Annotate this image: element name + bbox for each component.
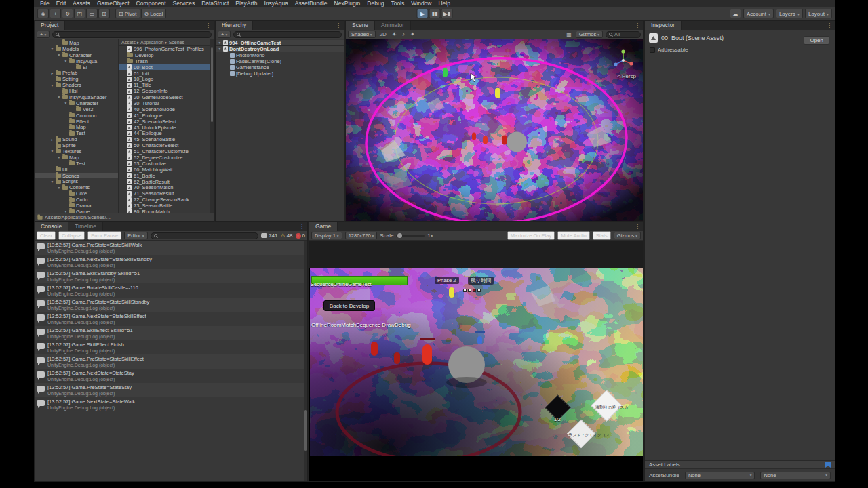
folder-tree-item[interactable]: ▾ Textures [35,148,118,155]
project-file-item[interactable]: 52_DegreeCustomize [119,155,214,161]
hierarchy-search-input[interactable] [233,31,342,38]
files-scrollbar[interactable] [210,39,214,214]
project-file-item[interactable]: 60_MatchingWait [119,167,214,173]
expander-icon[interactable]: ▾ [64,101,68,105]
folder-tree-item[interactable]: ▾ Character [35,52,118,58]
menu-item[interactable]: GameObject [94,0,133,7]
folder-tree-item[interactable]: ▸ Prefab [35,70,118,76]
console-log-entry[interactable]: [13:52:57] Game.RotateSkillCastle=-110 U… [35,283,307,298]
move-tool[interactable]: + [50,9,61,18]
menu-item[interactable]: Window [408,0,435,7]
scale-slider-thumb[interactable] [397,233,402,238]
panel-menu-icon[interactable] [824,21,835,30]
panel-menu-icon[interactable] [333,21,344,30]
console-log-entry[interactable]: [13:52:57] Game.PreState=StateSkillWalk … [35,241,307,255]
maximize-on-play-toggle[interactable]: Maximize On Play [507,231,555,240]
project-file-item[interactable]: 20_GameModeSelect [119,94,214,100]
menu-item[interactable]: IrisyAqua [260,0,291,7]
project-file-item[interactable]: 44_Epilogue [119,130,214,136]
panel-menu-icon[interactable] [632,21,643,30]
folder-tree-item[interactable]: Hlsl [35,88,118,94]
local-toggle[interactable]: ⊘Local [141,9,167,18]
tab-project[interactable]: Project [35,21,65,30]
assetbundle-variant-dropdown[interactable]: None [760,472,831,479]
scene-tab[interactable]: Scene [346,21,375,30]
folder-tree-item[interactable]: ▾ Models [35,46,118,52]
menu-item[interactable]: File [37,0,53,7]
create-object-button[interactable]: + [218,30,231,38]
shading-mode-dropdown[interactable]: Shaded [348,30,376,38]
folder-tree-item[interactable]: ▸ Sound [35,136,118,142]
pause-button[interactable]: ▮▮ [429,9,441,18]
console-scrollbar[interactable] [304,241,307,482]
folder-tree-item[interactable]: ▾ Contents [35,184,118,190]
menu-item[interactable]: Services [170,0,199,7]
project-file-item[interactable]: 73_SeasonBattle [119,203,214,209]
folder-tree-item[interactable]: Ver2 [35,106,118,113]
error-pause-button[interactable]: Error Pause [87,231,121,240]
folder-tree-item[interactable]: Sprite [35,142,118,148]
folder-tree-item[interactable]: ▾ IrisyAquaShader [35,94,118,100]
stats-toggle[interactable]: Stats [593,231,611,240]
folder-tree-item[interactable]: Scenes [35,173,118,179]
project-file-item[interactable]: 40_ScenarioMode [119,106,214,113]
layout-dropdown[interactable]: Layout [805,9,832,18]
project-file-item[interactable]: 00_Boot [119,64,214,70]
console-search-input[interactable] [151,232,259,239]
expander-icon[interactable]: ▾ [50,149,54,153]
expander-icon[interactable]: ▾ [50,83,54,87]
menu-item[interactable]: DataStruct [198,0,232,7]
checkbox-icon[interactable] [650,47,655,53]
folder-tree-item[interactable]: Map [35,124,118,130]
hand-tool[interactable]: ◈ [37,9,49,18]
menu-item[interactable]: Help [435,0,453,7]
assetbundle-dropdown[interactable]: None [685,472,755,479]
expander-icon[interactable]: ▸ [50,138,54,142]
expander-icon[interactable]: ▾ [50,180,54,184]
console-log-entry[interactable]: [13:52:57] Game.PreState=StateSkillEffec… [35,354,307,369]
2d-toggle[interactable]: 2D [378,30,388,38]
expander-icon[interactable]: ▾ [57,95,61,99]
menu-item[interactable]: PlayArth [232,0,260,7]
console-log-entry[interactable]: [13:52:57] Game.NextState=StateWalk Unit… [35,397,307,411]
scene-orientation-gizmo[interactable] [612,49,635,75]
scene-viewport[interactable]: < Persp [346,39,643,222]
expander-icon[interactable]: ▾ [64,59,68,63]
expander-icon[interactable]: ▾ [57,155,61,159]
project-file-item[interactable]: Develop [119,52,214,58]
tab-hierarchy[interactable]: Hierarchy [216,21,253,30]
expander-icon[interactable]: ▾ [218,47,222,51]
perspective-label[interactable]: < Persp [617,73,636,79]
project-file-item[interactable]: 42_ScenarioSelect [119,119,214,125]
grid-toggle-icon[interactable] [565,30,573,38]
effects-toggle-icon[interactable] [409,30,416,38]
panel-menu-icon[interactable] [203,21,214,30]
play-button[interactable]: ▶ [417,9,429,18]
folder-tree-item[interactable]: Test [35,161,118,167]
open-button[interactable]: Open [804,36,829,45]
hierarchy-item[interactable]: ▾ DontDestroyOnLoad [216,46,344,52]
asset-labels-header[interactable]: Asset Labels [645,461,835,469]
console-log-entry[interactable]: [13:52:57] Game.PreState=StateSkillStand… [35,298,307,312]
scale-tool[interactable]: ◰ [74,9,85,18]
console-log-entry[interactable]: [13:52:57] Game.SkillEffect SkillId=51 U… [35,326,307,340]
console-tab[interactable]: Console [35,222,68,231]
gizmos-dropdown[interactable]: Gizmos [576,30,603,38]
hierarchy-item[interactable]: FadeCanvas(Clone) [216,58,344,64]
clear-button[interactable]: Clear [37,231,56,240]
folder-tree-item[interactable]: Cutin [35,197,118,203]
tab-inspector[interactable]: Inspector [645,21,682,30]
project-file-item[interactable]: 41_Prologue [119,113,214,119]
folder-tree-item[interactable]: Common [35,113,118,119]
pivot-toggle[interactable]: ⊞Pivot [115,9,140,18]
folder-tree-item[interactable]: Drama [35,203,118,209]
warning-count[interactable]: ⚠48 [280,232,292,239]
expander-icon[interactable]: ▾ [57,186,61,190]
project-file-item[interactable]: 70_SeasonMatch [119,184,214,190]
transform-tool[interactable]: ⊞ [98,9,110,18]
mute-audio-toggle[interactable]: Mute Audio [557,231,590,240]
folder-tree-item[interactable]: ▾ Scripts [35,178,118,184]
layers-dropdown[interactable]: Layers [776,9,803,18]
menu-item[interactable]: Component [133,0,170,7]
menu-item[interactable]: Debug [363,0,387,7]
